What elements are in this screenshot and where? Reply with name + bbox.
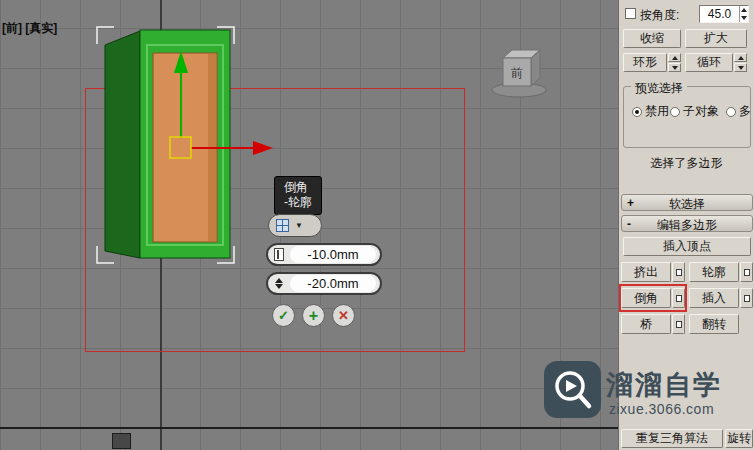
- rollout-edit-polygons[interactable]: - 编辑多边形: [621, 215, 753, 232]
- close-icon: ✕: [338, 308, 349, 323]
- rollout-soft-selection[interactable]: + 软选择: [621, 194, 753, 211]
- radio-dot: [670, 107, 680, 117]
- bevel-height-value[interactable]: -10.0mm: [290, 246, 376, 263]
- extrude-settings-button[interactable]: [672, 262, 685, 282]
- viewport-front[interactable]: [前] [真实] 前: [0, 0, 618, 450]
- bevel-type-icon: [276, 219, 289, 232]
- gizmo-x-arrowhead: [253, 141, 273, 155]
- bevel-outline-value[interactable]: -20.0mm: [290, 275, 376, 292]
- by-angle-spinner[interactable]: [739, 6, 748, 22]
- preview-selection-title: 预览选择: [631, 80, 687, 97]
- bevel-settings-button[interactable]: [672, 288, 685, 308]
- outline-field-spinner[interactable]: [268, 274, 290, 293]
- inset-button[interactable]: 插入: [689, 288, 739, 308]
- settings-box-icon: [744, 269, 750, 276]
- inset-settings-button[interactable]: [740, 288, 753, 308]
- by-angle-checkbox[interactable]: [625, 8, 636, 19]
- bridge-settings-button[interactable]: [672, 314, 685, 334]
- grid-origin-horizontal-line: [0, 427, 618, 429]
- radio-dot: [726, 107, 736, 117]
- bridge-button[interactable]: 桥: [621, 314, 671, 334]
- viewport-label[interactable]: [前] [真实]: [2, 20, 57, 37]
- shrink-button[interactable]: 收缩: [623, 29, 681, 48]
- caddy-apply-continue-button[interactable]: +: [302, 304, 325, 327]
- extrude-button[interactable]: 挤出: [621, 262, 671, 282]
- door-object[interactable]: [105, 30, 230, 258]
- retriangulate-button[interactable]: 重复三角算法: [621, 429, 723, 448]
- grow-button[interactable]: 扩大: [685, 29, 747, 48]
- insert-vertex-button[interactable]: 插入顶点: [623, 237, 751, 256]
- loop-spinner[interactable]: [734, 53, 747, 72]
- ring-button[interactable]: 环形: [623, 53, 667, 72]
- viewcube-face-label[interactable]: 前: [511, 66, 523, 80]
- flip-button[interactable]: 翻转: [689, 314, 739, 334]
- outline-settings-button[interactable]: [740, 262, 753, 282]
- bevel-height-field[interactable]: -10.0mm: [266, 243, 382, 266]
- selection-status-text: 选择了多边形: [619, 155, 754, 172]
- caddy-tooltip-title: 倒角: [284, 180, 312, 195]
- rotate-button[interactable]: 旋转: [725, 429, 753, 448]
- settings-box-icon: [744, 295, 750, 302]
- check-icon: ✓: [278, 308, 289, 323]
- magnifier-play-icon: [544, 361, 601, 418]
- 3dsmax-window: [前] [真实] 前: [0, 0, 754, 450]
- bevel-button[interactable]: 倒角: [621, 288, 671, 308]
- scene-canvas: [88, 14, 298, 279]
- settings-box-icon: [676, 269, 682, 276]
- height-field-icon: [274, 248, 284, 261]
- viewcube[interactable]: 前: [488, 42, 552, 100]
- caddy-tooltip-sub: -轮廓: [284, 195, 312, 210]
- caddy-cancel-button[interactable]: ✕: [332, 304, 355, 327]
- watermark-title: 溜溜自学: [606, 367, 722, 403]
- preview-disable-radio[interactable]: 禁用: [632, 103, 669, 120]
- chevron-down-icon[interactable]: ▼: [295, 221, 303, 230]
- radio-dot: [632, 107, 642, 117]
- loop-button[interactable]: 循环: [685, 53, 733, 72]
- watermark-logo: [544, 361, 601, 418]
- preview-subobject-radio[interactable]: 子对象: [670, 103, 719, 120]
- plus-icon: +: [309, 307, 318, 325]
- bevel-outline-field[interactable]: -20.0mm: [266, 272, 382, 295]
- bevel-type-dropdown[interactable]: ▼: [268, 214, 322, 237]
- settings-box-icon: [676, 321, 682, 328]
- settings-box-icon: [676, 295, 682, 302]
- caddy-tooltip: 倒角 -轮廓: [274, 176, 322, 215]
- watermark-url: zixue.3066.com: [609, 401, 714, 417]
- caddy-apply-button[interactable]: ✓: [272, 304, 295, 327]
- by-angle-value[interactable]: 45.0: [700, 6, 739, 22]
- outline-button[interactable]: 轮廓: [689, 262, 739, 282]
- preview-multiple-radio[interactable]: 多个: [726, 103, 751, 120]
- by-angle-label: 按角度:: [640, 7, 679, 24]
- ring-spinner[interactable]: [668, 53, 681, 72]
- timeline-marker: [112, 433, 131, 449]
- by-angle-input[interactable]: 45.0: [699, 5, 749, 23]
